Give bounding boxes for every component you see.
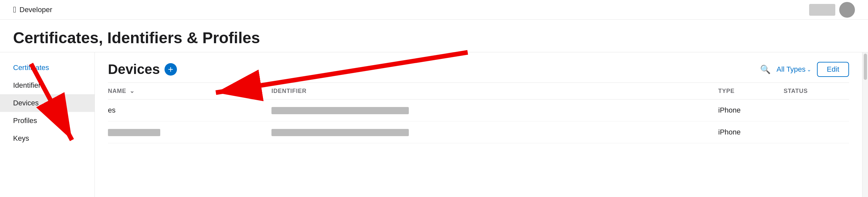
content-area: Devices + 🔍 All Types ⌄ Edit — [95, 52, 862, 197]
developer-label: Developer — [20, 5, 52, 14]
device-name-1: es — [108, 106, 272, 115]
top-bar:  Developer — [0, 0, 868, 20]
device-identifier-2 — [272, 128, 718, 137]
identifier-blurred-2 — [272, 129, 409, 136]
search-button[interactable]: 🔍 — [760, 64, 771, 75]
page-title: Certificates, Identifiers & Profiles — [13, 29, 855, 47]
table-row: iPhone — [108, 121, 849, 143]
device-name-2 — [108, 128, 272, 137]
scrollbar[interactable] — [862, 52, 868, 197]
main-layout: Certificates Identifiers Devices Profile… — [0, 52, 868, 197]
scrollbar-thumb[interactable] — [864, 54, 867, 80]
content-actions: 🔍 All Types ⌄ Edit — [760, 62, 849, 77]
content-title-area: Devices + — [108, 61, 177, 77]
content-header: Devices + 🔍 All Types ⌄ Edit — [108, 52, 849, 82]
devices-table: NAME ⌄ IDENTIFIER TYPE STATUS — [108, 82, 849, 143]
column-header-type: TYPE — [718, 88, 784, 94]
sidebar-item-certificates[interactable]: Certificates — [0, 59, 95, 77]
identifier-blurred-1 — [272, 107, 409, 114]
chevron-down-icon: ⌄ — [807, 66, 811, 73]
top-bar-right — [809, 2, 855, 18]
sidebar-item-devices[interactable]: Devices — [0, 94, 95, 112]
column-header-status: STATUS — [784, 88, 849, 94]
device-type-2: iPhone — [718, 128, 784, 137]
sidebar-item-keys[interactable]: Keys — [0, 130, 95, 147]
all-types-dropdown[interactable]: All Types ⌄ — [776, 65, 811, 74]
device-identifier-1 — [272, 106, 718, 115]
sidebar-item-identifiers[interactable]: Identifiers — [0, 77, 95, 94]
name-blurred-2 — [108, 129, 160, 136]
search-icon: 🔍 — [760, 64, 771, 74]
add-device-button[interactable]: + — [164, 63, 177, 76]
content-title: Devices — [108, 61, 160, 77]
table-row: es iPhone — [108, 100, 849, 121]
sidebar-item-profiles[interactable]: Profiles — [0, 112, 95, 130]
apple-icon:  — [13, 5, 17, 15]
user-avatar — [839, 2, 855, 18]
sidebar: Certificates Identifiers Devices Profile… — [0, 52, 95, 197]
apple-developer-logo:  Developer — [13, 5, 52, 15]
edit-button[interactable]: Edit — [817, 62, 849, 77]
device-type-1: iPhone — [718, 106, 784, 115]
page-header: Certificates, Identifiers & Profiles — [0, 20, 868, 52]
column-header-name: NAME ⌄ — [108, 87, 272, 94]
column-header-identifier: IDENTIFIER — [272, 88, 718, 94]
sort-icon: ⌄ — [129, 88, 135, 94]
company-name-blurred — [809, 4, 835, 16]
table-header: NAME ⌄ IDENTIFIER TYPE STATUS — [108, 83, 849, 100]
